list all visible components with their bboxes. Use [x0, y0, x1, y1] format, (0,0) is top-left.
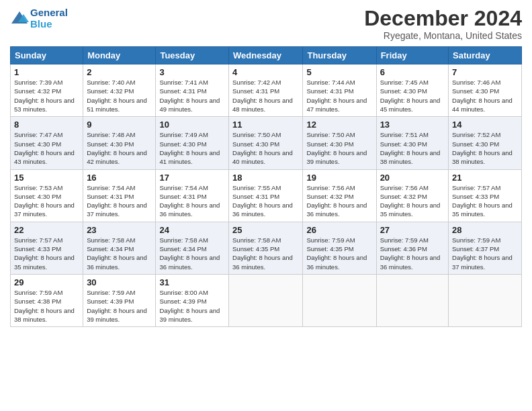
table-row: 18Sunrise: 7:55 AMSunset: 4:31 PMDayligh… — [229, 169, 303, 222]
day-number: 17 — [159, 173, 225, 183]
table-row: 27Sunrise: 7:59 AMSunset: 4:36 PMDayligh… — [376, 222, 448, 274]
table-row: 20Sunrise: 7:56 AMSunset: 4:32 PMDayligh… — [376, 169, 448, 222]
logo: General Blue — [10, 7, 68, 30]
day-number: 10 — [159, 120, 225, 130]
day-info: Sunrise: 7:46 AMSunset: 4:30 PMDaylight:… — [452, 78, 518, 113]
table-row: 9Sunrise: 7:48 AMSunset: 4:30 PMDaylight… — [83, 117, 156, 169]
day-info: Sunrise: 7:56 AMSunset: 4:32 PMDaylight:… — [306, 183, 372, 219]
day-info: Sunrise: 7:57 AMSunset: 4:33 PMDaylight:… — [14, 236, 79, 271]
table-row: 16Sunrise: 7:54 AMSunset: 4:31 PMDayligh… — [83, 169, 156, 222]
day-number: 14 — [452, 120, 518, 130]
day-number: 8 — [14, 120, 79, 130]
table-row: 4Sunrise: 7:42 AMSunset: 4:31 PMDaylight… — [229, 64, 303, 117]
header: General Blue December 2024 Ryegate, Mont… — [10, 7, 522, 41]
day-info: Sunrise: 7:55 AMSunset: 4:31 PMDaylight:… — [232, 183, 299, 219]
day-info: Sunrise: 7:58 AMSunset: 4:35 PMDaylight:… — [232, 236, 299, 271]
day-info: Sunrise: 7:39 AMSunset: 4:32 PMDaylight:… — [14, 78, 79, 113]
col-friday: Friday — [376, 47, 448, 64]
table-row: 23Sunrise: 7:58 AMSunset: 4:34 PMDayligh… — [83, 222, 156, 274]
location: Ryegate, Montana, United States — [364, 30, 522, 41]
table-row: 22Sunrise: 7:57 AMSunset: 4:33 PMDayligh… — [11, 222, 83, 274]
table-row: 10Sunrise: 7:49 AMSunset: 4:30 PMDayligh… — [156, 117, 229, 169]
day-info: Sunrise: 7:48 AMSunset: 4:30 PMDaylight:… — [87, 130, 152, 166]
logo-icon — [10, 9, 29, 28]
day-info: Sunrise: 7:40 AMSunset: 4:32 PMDaylight:… — [87, 78, 152, 113]
table-row: 26Sunrise: 7:59 AMSunset: 4:35 PMDayligh… — [303, 222, 376, 274]
day-number: 19 — [306, 173, 372, 183]
table-row: 1Sunrise: 7:39 AMSunset: 4:32 PMDaylight… — [11, 64, 83, 117]
table-row: 14Sunrise: 7:52 AMSunset: 4:30 PMDayligh… — [449, 117, 522, 169]
table-row — [376, 274, 448, 326]
day-info: Sunrise: 7:41 AMSunset: 4:31 PMDaylight:… — [159, 78, 225, 113]
day-number: 24 — [159, 225, 225, 235]
day-number: 7 — [452, 67, 518, 77]
logo-text: General Blue — [30, 7, 68, 30]
table-row: 11Sunrise: 7:50 AMSunset: 4:30 PMDayligh… — [229, 117, 303, 169]
day-number: 29 — [14, 277, 79, 287]
day-info: Sunrise: 7:54 AMSunset: 4:31 PMDaylight:… — [87, 183, 152, 219]
month-title: December 2024 — [364, 7, 522, 30]
day-number: 9 — [87, 120, 152, 130]
table-row: 6Sunrise: 7:45 AMSunset: 4:30 PMDaylight… — [376, 64, 448, 117]
table-row: 3Sunrise: 7:41 AMSunset: 4:31 PMDaylight… — [156, 64, 229, 117]
day-info: Sunrise: 7:54 AMSunset: 4:31 PMDaylight:… — [159, 183, 225, 219]
table-row: 30Sunrise: 7:59 AMSunset: 4:39 PMDayligh… — [83, 274, 156, 326]
calendar-week-1: 1Sunrise: 7:39 AMSunset: 4:32 PMDaylight… — [11, 64, 522, 117]
day-number: 4 — [232, 67, 299, 77]
day-number: 18 — [232, 173, 299, 183]
day-number: 1 — [14, 67, 79, 77]
table-row: 13Sunrise: 7:51 AMSunset: 4:30 PMDayligh… — [376, 117, 448, 169]
day-info: Sunrise: 8:00 AMSunset: 4:39 PMDaylight:… — [159, 288, 225, 324]
table-row — [303, 274, 376, 326]
col-monday: Monday — [83, 47, 156, 64]
day-info: Sunrise: 7:53 AMSunset: 4:30 PMDaylight:… — [14, 183, 79, 219]
day-info: Sunrise: 7:42 AMSunset: 4:31 PMDaylight:… — [232, 78, 299, 113]
day-number: 11 — [232, 120, 299, 130]
col-wednesday: Wednesday — [229, 47, 303, 64]
day-number: 27 — [380, 225, 445, 235]
table-row — [449, 274, 522, 326]
table-row: 21Sunrise: 7:57 AMSunset: 4:33 PMDayligh… — [449, 169, 522, 222]
day-info: Sunrise: 7:59 AMSunset: 4:38 PMDaylight:… — [14, 288, 79, 324]
day-info: Sunrise: 7:50 AMSunset: 4:30 PMDaylight:… — [306, 130, 372, 166]
calendar-week-5: 29Sunrise: 7:59 AMSunset: 4:38 PMDayligh… — [11, 274, 522, 326]
day-number: 23 — [87, 225, 152, 235]
day-info: Sunrise: 7:59 AMSunset: 4:36 PMDaylight:… — [380, 236, 445, 271]
day-info: Sunrise: 7:57 AMSunset: 4:33 PMDaylight:… — [452, 183, 518, 219]
day-info: Sunrise: 7:45 AMSunset: 4:30 PMDaylight:… — [380, 78, 445, 113]
day-number: 16 — [87, 173, 152, 183]
day-number: 2 — [87, 67, 152, 77]
day-info: Sunrise: 7:59 AMSunset: 4:39 PMDaylight:… — [87, 288, 152, 324]
table-row — [229, 274, 303, 326]
col-saturday: Saturday — [449, 47, 522, 64]
day-info: Sunrise: 7:59 AMSunset: 4:35 PMDaylight:… — [306, 236, 372, 271]
table-row: 7Sunrise: 7:46 AMSunset: 4:30 PMDaylight… — [449, 64, 522, 117]
day-number: 30 — [87, 277, 152, 287]
day-info: Sunrise: 7:49 AMSunset: 4:30 PMDaylight:… — [159, 130, 225, 166]
day-number: 13 — [380, 120, 445, 130]
day-number: 28 — [452, 225, 518, 235]
col-thursday: Thursday — [303, 47, 376, 64]
table-row: 2Sunrise: 7:40 AMSunset: 4:32 PMDaylight… — [83, 64, 156, 117]
table-row: 15Sunrise: 7:53 AMSunset: 4:30 PMDayligh… — [11, 169, 83, 222]
day-info: Sunrise: 7:56 AMSunset: 4:32 PMDaylight:… — [380, 183, 445, 219]
table-row: 5Sunrise: 7:44 AMSunset: 4:31 PMDaylight… — [303, 64, 376, 117]
calendar-week-3: 15Sunrise: 7:53 AMSunset: 4:30 PMDayligh… — [11, 169, 522, 222]
day-number: 26 — [306, 225, 372, 235]
day-number: 15 — [14, 173, 79, 183]
day-number: 12 — [306, 120, 372, 130]
col-tuesday: Tuesday — [156, 47, 229, 64]
header-row: Sunday Monday Tuesday Wednesday Thursday… — [11, 47, 522, 64]
day-number: 20 — [380, 173, 445, 183]
table-row: 25Sunrise: 7:58 AMSunset: 4:35 PMDayligh… — [229, 222, 303, 274]
day-number: 6 — [380, 67, 445, 77]
day-info: Sunrise: 7:59 AMSunset: 4:37 PMDaylight:… — [452, 236, 518, 271]
calendar-page: General Blue December 2024 Ryegate, Mont… — [0, 0, 532, 411]
day-number: 5 — [306, 67, 372, 77]
day-number: 21 — [452, 173, 518, 183]
table-row: 8Sunrise: 7:47 AMSunset: 4:30 PMDaylight… — [11, 117, 83, 169]
table-row: 17Sunrise: 7:54 AMSunset: 4:31 PMDayligh… — [156, 169, 229, 222]
table-row: 31Sunrise: 8:00 AMSunset: 4:39 PMDayligh… — [156, 274, 229, 326]
table-row: 29Sunrise: 7:59 AMSunset: 4:38 PMDayligh… — [11, 274, 83, 326]
calendar-week-2: 8Sunrise: 7:47 AMSunset: 4:30 PMDaylight… — [11, 117, 522, 169]
